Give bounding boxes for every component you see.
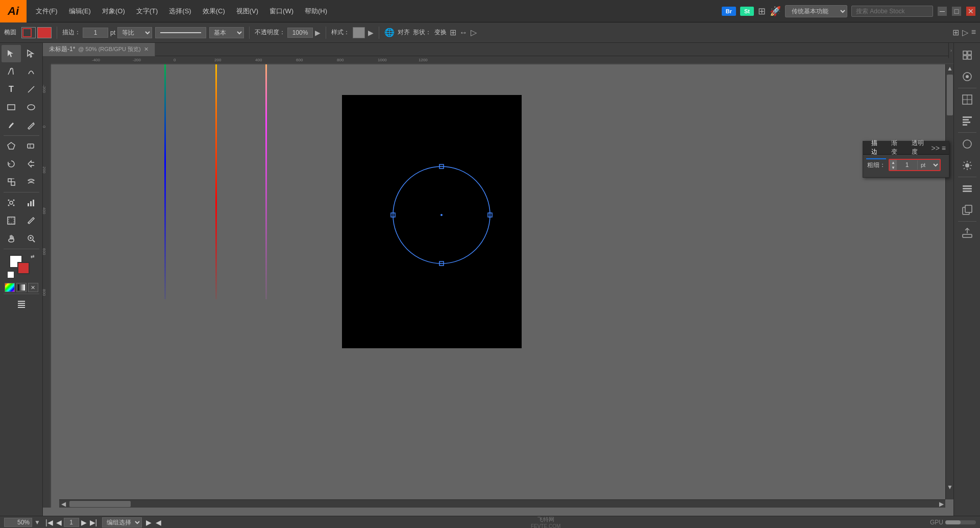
warp-tool-button[interactable] (21, 173, 41, 190)
zoom-input[interactable] (4, 518, 32, 527)
graph-tool-button[interactable] (21, 194, 41, 211)
gradient-mode-button[interactable] (16, 283, 27, 292)
stroke-weight-up-button[interactable]: ▲ (890, 160, 897, 165)
anchor-tool-button[interactable] (21, 63, 41, 80)
zoom-dropdown-icon[interactable]: ▼ (34, 519, 40, 526)
rectangle-tool-button[interactable] (2, 99, 21, 116)
none-mode-button[interactable]: ✕ (28, 283, 38, 292)
page-prev-button[interactable]: ◀ (55, 518, 63, 526)
globe-icon[interactable]: 🌐 (384, 28, 395, 37)
arrange-icon[interactable]: ⊞ (952, 28, 959, 37)
opacity-expand-icon[interactable]: ▶ (315, 29, 321, 37)
document-canvas[interactable] (342, 95, 522, 348)
line-tool-button[interactable] (21, 81, 41, 98)
rocket-icon[interactable]: 🚀 (770, 6, 781, 17)
stroke-style-select[interactable]: 等比 (117, 27, 152, 38)
zoom-tool-button[interactable] (21, 230, 41, 247)
document-tab[interactable]: 未标题-1* @ 50% (RGB/GPU 预览) ✕ (43, 43, 155, 56)
stroke-width-input[interactable] (83, 28, 108, 38)
hand-tool-button[interactable] (2, 230, 21, 247)
stock-search-input[interactable] (851, 6, 933, 17)
style-preview[interactable] (353, 27, 365, 38)
vertical-scrollbar[interactable]: ▲ ▼ (945, 64, 953, 499)
ellipse-object[interactable] (388, 161, 495, 269)
quick-actions-icon[interactable]: ▷ (962, 28, 968, 37)
menu-select[interactable]: 选择(S) (164, 5, 196, 18)
type-tool-button[interactable]: T (2, 81, 21, 98)
eraser-tool-button[interactable] (21, 137, 41, 155)
scroll-down-button[interactable]: ▼ (946, 483, 953, 491)
pen-tool-button[interactable] (2, 63, 21, 80)
view-mode-icon[interactable]: ⊞ (758, 6, 766, 17)
stroke-color-swatch[interactable] (37, 27, 52, 38)
menu-help[interactable]: 帮助(H) (300, 5, 332, 18)
panel-sunburst-icon[interactable] (957, 155, 977, 176)
panel-align-icon[interactable] (957, 111, 977, 131)
menu-edit[interactable]: 编辑(E) (64, 5, 96, 18)
menu-dots-icon[interactable]: ≡ (971, 28, 976, 37)
symbol-spray-button[interactable] (2, 194, 21, 211)
swap-colors-icon[interactable]: ⇄ (31, 254, 36, 258)
doc-tab-close-button[interactable]: ✕ (144, 46, 149, 53)
stroke-weight-value-input[interactable] (897, 160, 917, 170)
right-panel-collapse[interactable]: › (948, 43, 953, 58)
selection-tool-button[interactable] (2, 45, 21, 62)
play-prev-button[interactable]: ◀ (156, 518, 161, 526)
stroke-pattern-preview[interactable] (155, 27, 206, 38)
horizontal-scroll-thumb[interactable] (69, 501, 131, 507)
restore-button[interactable]: □ (952, 7, 961, 16)
scroll-up-button[interactable]: ▲ (946, 64, 953, 73)
color-mode-button[interactable] (5, 283, 15, 292)
transform-icon3[interactable]: ▷ (471, 28, 477, 37)
opacity-input[interactable] (287, 28, 313, 38)
scroll-right-button[interactable]: ▶ (937, 500, 945, 508)
stroke-fill-swatch[interactable] (17, 262, 30, 274)
menu-text[interactable]: 文字(T) (131, 5, 163, 18)
stroke-weight-down-button[interactable]: ▼ (890, 165, 897, 170)
pencil-tool-button[interactable] (21, 116, 41, 134)
menu-window[interactable]: 窗口(W) (264, 5, 299, 18)
scale-tool-button[interactable] (2, 173, 21, 190)
transform-icon1[interactable]: ⊞ (450, 28, 456, 37)
direct-select-tool-button[interactable] (21, 45, 41, 62)
rotate-tool-button[interactable] (2, 155, 21, 173)
menu-file[interactable]: 文件(F) (31, 5, 63, 18)
stroke-tab[interactable]: 描边 (866, 137, 886, 159)
panel-export-icon[interactable] (957, 223, 977, 243)
close-button[interactable]: ✕ (966, 7, 975, 16)
panel-grid-icon[interactable] (957, 89, 977, 110)
artboard-tool-button[interactable] (2, 212, 21, 229)
artboard-area[interactable]: ▲ ▼ ◀ ▶ (51, 64, 953, 508)
panel-layers-icon[interactable] (957, 178, 977, 199)
menu-effect[interactable]: 效果(C) (198, 5, 230, 18)
reflect-tool-button[interactable] (21, 155, 41, 173)
scroll-left-button[interactable]: ◀ (59, 500, 67, 508)
minimize-button[interactable]: ─ (938, 7, 947, 16)
panel-cc-icon[interactable] (957, 66, 977, 87)
page-next-button[interactable]: ▶ (80, 518, 88, 526)
bridge-button[interactable]: Br (722, 7, 736, 16)
reset-colors-icon[interactable] (7, 271, 14, 278)
panel-circle-icon[interactable] (957, 134, 977, 154)
fill-color-swatch[interactable] (21, 27, 36, 38)
horizontal-scrollbar[interactable]: ◀ ▶ (59, 499, 945, 508)
menu-object[interactable]: 对象(O) (97, 5, 130, 18)
workspace-select[interactable]: 传统基本功能 (785, 5, 847, 17)
menu-view[interactable]: 视图(V) (231, 5, 263, 18)
shaper-tool-button[interactable] (2, 137, 21, 155)
stroke-weight-unit-select[interactable]: pt px mm (917, 160, 940, 170)
stroke-style2-select[interactable]: 基本 (209, 27, 244, 38)
vertical-scroll-thumb[interactable] (947, 75, 953, 115)
stroke-panel-menu-icon[interactable]: ≡ (942, 144, 946, 152)
play-animation-button[interactable]: ▶ (146, 518, 152, 526)
style-expand-icon[interactable]: ▶ (368, 29, 374, 37)
transform-icon2[interactable]: ↔ (459, 28, 468, 37)
panel-libraries-icon[interactable] (957, 45, 977, 65)
panel-copy-icon[interactable] (957, 200, 977, 220)
ellipse-tool-button[interactable] (21, 99, 41, 116)
gradient-tab[interactable]: 渐变 (886, 137, 906, 159)
stock-button[interactable]: St (740, 7, 754, 16)
layers-panel-button[interactable] (2, 296, 41, 313)
eyedropper-tool-button[interactable] (21, 212, 41, 229)
page-number-input[interactable] (64, 518, 79, 527)
